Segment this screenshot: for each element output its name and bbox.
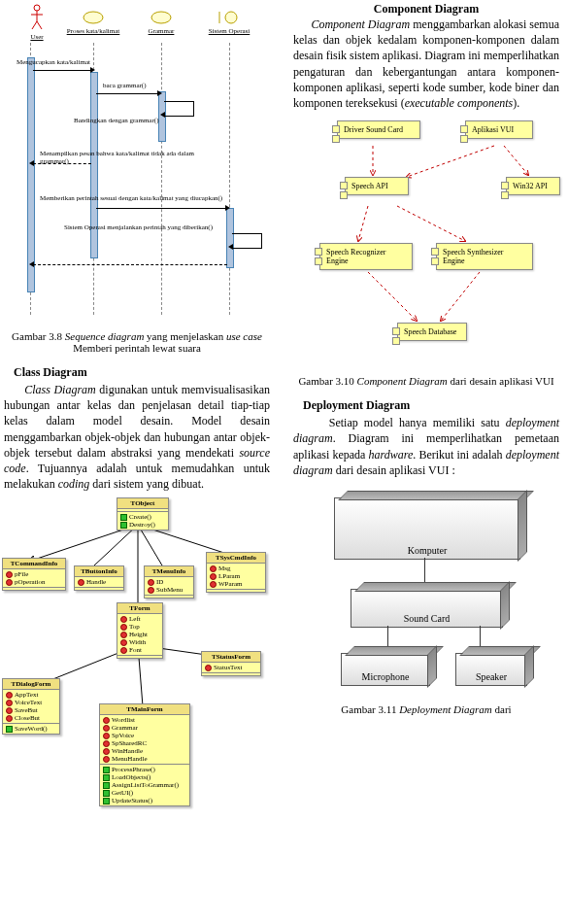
- actor-label: Grammar: [137, 27, 185, 35]
- component-diagram-heading: Component Diagram: [289, 2, 563, 17]
- control-icon: [216, 10, 243, 25]
- deployment-diagram-heading: Deployment Diagram: [303, 398, 563, 413]
- svg-line-11: [138, 525, 162, 565]
- svg-line-20: [358, 206, 368, 241]
- class-tobject: TObject Create() Destroy(): [117, 497, 169, 530]
- class-tform: TForm Left Top Height Width Font: [117, 602, 163, 659]
- actor-label: User: [13, 33, 61, 41]
- seq-msg-3: Bandingkan dengan grammar(): [74, 117, 158, 124]
- class-tsyscmdinfo: TSysCmdInfo Msg LParam WParam: [206, 552, 266, 593]
- seq-msg-1: Mengucapkan kata/kalimat: [17, 58, 90, 66]
- svg-line-19: [504, 146, 528, 175]
- figure-3-8-caption: Gambar 3.8 Sequence diagram yang menjela…: [0, 330, 274, 354]
- svg-line-23: [441, 272, 480, 321]
- component-speech-api: Speech API: [345, 177, 409, 195]
- component-speech-recognizer: Speech Recognizer Engine: [319, 243, 413, 270]
- figure-3-10-caption: Gambar 3.10 Component Diagram dari desai…: [289, 375, 563, 387]
- class-tstatusform: TStatusForm StatusText: [201, 651, 261, 676]
- node-speaker: Speaker: [455, 653, 527, 686]
- sequence-diagram: User Proses kata/kalimat Grammar Sistem …: [11, 4, 263, 325]
- figure-3-11-caption: Gambar 3.11 Deployment Diagram dari: [289, 703, 563, 715]
- svg-line-18: [407, 146, 494, 177]
- node-sound-card: Sound Card: [351, 589, 503, 628]
- class-tmainform: TMainForm Wordlist Grammar SpVoice SpSha…: [99, 703, 190, 806]
- class-tbuttoninfo: TButtonInfo Handle: [74, 565, 124, 591]
- actor-label: Proses kata/kalimat: [64, 27, 122, 35]
- component-speech-database: Speech Database: [397, 323, 467, 341]
- class-tmenuinfo: TMenuInfo ID SubMenu: [144, 565, 194, 599]
- svg-line-22: [368, 272, 417, 321]
- actor-proses: Proses kata/kalimat: [64, 10, 122, 35]
- component-diagram-paragraph: Component Diagram menggambarkan alokasi …: [293, 17, 559, 111]
- class-diagram: TObject Create() Destroy() TCommandInfo …: [2, 497, 272, 818]
- seq-msg-5: Memberikan perintah sesuai dengan kata/k…: [40, 194, 234, 202]
- deployment-diagram: Komputer Sound Card Microphone Speaker: [300, 484, 552, 698]
- component-aplikasi-vui: Aplikasi VUI: [465, 120, 533, 139]
- seq-msg-2: baca grammar(): [103, 82, 147, 89]
- deployment-diagram-paragraph: Setiap model hanya memiliki satu deploym…: [293, 415, 559, 478]
- svg-point-0: [34, 5, 40, 11]
- svg-point-8: [225, 12, 237, 23]
- component-speech-synthesizer: Speech Synthesizer Engine: [436, 243, 533, 270]
- class-tdialogform: TDialogForm AppText VoiceText SaveBut Cl…: [2, 678, 60, 735]
- component-diagram: Driver Sound Card Aplikasi VUI Speech AP…: [300, 117, 552, 369]
- component-driver-sound-card: Driver Sound Card: [337, 120, 420, 139]
- node-komputer: Komputer: [334, 497, 520, 560]
- svg-point-5: [84, 12, 103, 23]
- class-diagram-paragraph: Class Diagram digunakan untuk memvisuali…: [4, 382, 270, 492]
- actor-label: Sistem Operasi: [200, 27, 258, 35]
- stickman-icon: [29, 4, 45, 31]
- actor-sistem: Sistem Operasi: [200, 10, 258, 35]
- actor-user: User: [13, 4, 61, 41]
- svg-line-10: [94, 525, 138, 565]
- actor-grammar: Grammar: [137, 10, 185, 35]
- svg-line-21: [397, 206, 465, 241]
- svg-line-4: [37, 21, 42, 29]
- class-diagram-heading: Class Diagram: [14, 365, 274, 380]
- boundary-icon: [148, 10, 175, 25]
- svg-point-6: [151, 12, 171, 23]
- class-tcommandinfo: TCommandInfo pFile pOperation: [2, 558, 66, 591]
- svg-line-3: [32, 21, 37, 29]
- boundary-icon: [80, 10, 107, 25]
- component-win32-api: Win32 API: [506, 177, 560, 195]
- seq-msg-6: Sistem Operasi menjalankan perintah yang…: [64, 223, 249, 231]
- node-microphone: Microphone: [341, 653, 430, 686]
